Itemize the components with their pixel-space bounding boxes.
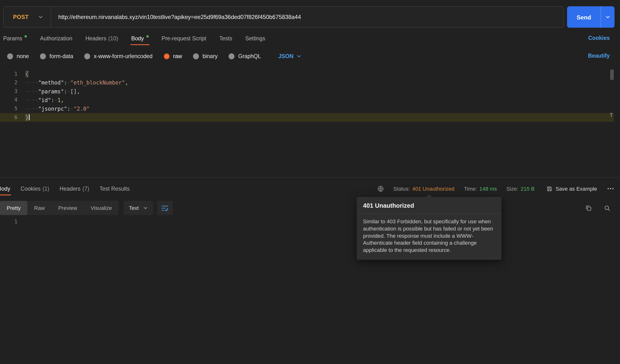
tab-params[interactable]: Params [3, 32, 27, 45]
body-type-x-www-form-urlencoded[interactable]: x-www-form-urlencoded [84, 53, 153, 59]
tab-count: (7) [82, 185, 89, 192]
overview-ruler-marker: T [610, 112, 613, 118]
tab-count: (10) [108, 35, 118, 42]
tab-label: Headers [85, 35, 106, 42]
copy-button[interactable] [585, 205, 592, 211]
chevron-down-icon [297, 55, 301, 57]
wrap-lines-button[interactable] [157, 201, 173, 215]
editor-line[interactable]: 3····"params":·[], [0, 87, 614, 96]
language-label: JSON [278, 53, 294, 59]
editor-line[interactable]: 4····"id":·1, [0, 96, 614, 105]
view-tab-label: Raw [34, 205, 45, 211]
response-view-tabs: PrettyRawPreviewVisualize [0, 201, 119, 215]
code-token: : [67, 106, 70, 112]
scrollbar-thumb[interactable] [610, 70, 614, 80]
editor-line[interactable]: 5····"jsonrpc":·"2.0" [0, 105, 614, 113]
code-token: } [25, 114, 28, 121]
request-body-editor[interactable]: 1{2····"method":·"eth_blockNumber",3····… [0, 70, 614, 122]
code-token: "method" [38, 79, 64, 86]
method-selector[interactable]: POST [4, 7, 51, 27]
size-indicator[interactable]: Size: 215 B [506, 186, 535, 192]
view-tab-pretty[interactable]: Pretty [0, 201, 27, 215]
code-content: } [17, 113, 29, 122]
body-type-raw[interactable]: raw [164, 53, 182, 59]
tab-count: (1) [43, 185, 49, 192]
postman-window: POST http://ethereum.nirvanalabs.xyz/vin… [0, 0, 620, 364]
method-label: POST [13, 14, 29, 20]
cookies-link[interactable]: Cookies [588, 35, 610, 41]
tab-headers[interactable]: Headers(10) [85, 32, 118, 45]
code-content: ····"params":·[], [17, 87, 80, 96]
code-token: : [51, 97, 54, 103]
tab-headers[interactable]: Headers(7) [60, 182, 89, 196]
search-button[interactable] [604, 205, 611, 211]
response-tabs: BodyCookies(1)Headers(7)Test Results [0, 182, 140, 196]
view-tab-raw[interactable]: Raw [27, 201, 51, 215]
more-options-icon[interactable] [607, 188, 614, 189]
radio-circle [40, 53, 46, 59]
code-token: : [64, 88, 67, 94]
tab-body[interactable]: Body [0, 182, 10, 196]
body-type-binary[interactable]: binary [193, 53, 217, 59]
tab-body[interactable]: Body [131, 32, 148, 45]
view-tab-preview[interactable]: Preview [52, 201, 84, 215]
code-content: { [17, 70, 28, 78]
radio-label: raw [173, 53, 182, 59]
body-type-none[interactable]: none [7, 53, 29, 59]
response-meta-bar: Status: 401 Unauthorized Time: 148 ms Si… [377, 182, 614, 196]
body-type-graphql[interactable]: GraphQL [229, 53, 261, 59]
language-selector[interactable]: JSON [278, 53, 301, 59]
url-input[interactable]: http://ethereum.nirvanalabs.xyz/vin10tes… [58, 14, 301, 20]
code-token: "2.0" [74, 106, 90, 112]
response-actions [585, 201, 610, 215]
status-indicator[interactable]: Status: 401 Unauthorized [393, 186, 455, 192]
body-type-form-data[interactable]: form-data [40, 53, 73, 59]
editor-line[interactable]: 1{ [0, 70, 614, 78]
time-label: Time: [464, 186, 477, 192]
editor-line[interactable]: 6} [0, 113, 614, 122]
beautify-link[interactable]: Beautify [588, 53, 610, 59]
code-content: ····"method":·"eth_blockNumber", [17, 78, 128, 87]
save-as-example-button[interactable]: Save as Example [546, 186, 597, 192]
code-token: "id" [38, 97, 51, 103]
tab-authorization[interactable]: Authorization [40, 32, 73, 45]
format-selector[interactable]: Text [124, 201, 153, 215]
body-type-bar: noneform-datax-www-form-urlencodedrawbin… [7, 50, 301, 62]
save-icon [546, 186, 553, 192]
tab-pre-request-script[interactable]: Pre-request Script [162, 32, 206, 45]
line-number: 3 [0, 87, 17, 96]
network-icon[interactable] [377, 185, 384, 192]
globe-icon [377, 185, 384, 192]
code-token: "params" [38, 88, 64, 94]
radio-label: binary [203, 53, 218, 59]
code-token: · [54, 97, 57, 103]
size-value: 215 B [521, 186, 535, 192]
radio-label: x-www-form-urlencoded [94, 53, 153, 59]
editor-line[interactable]: 2····"method":·"eth_blockNumber", [0, 78, 614, 87]
radio-circle [164, 53, 170, 59]
request-tabs: ParamsAuthorizationHeaders(10)BodyPre-re… [3, 32, 278, 45]
format-label: Text [129, 205, 139, 211]
line-number: 2 [0, 78, 17, 87]
view-tab-visualize[interactable]: Visualize [84, 201, 119, 215]
editor-scrollbar[interactable]: T [610, 70, 614, 175]
time-indicator[interactable]: Time: 148 ms [464, 186, 497, 192]
pane-divider[interactable] [0, 177, 620, 178]
tab-cookies[interactable]: Cookies(1) [21, 182, 49, 196]
send-options-button[interactable] [601, 6, 615, 28]
response-line-number: 1 [0, 219, 17, 225]
tab-settings[interactable]: Settings [245, 32, 265, 45]
size-label: Size: [506, 186, 518, 192]
status-value: 401 Unauthorized [412, 186, 455, 192]
code-token: { [25, 71, 28, 77]
radio-circle [84, 53, 90, 59]
tab-tests[interactable]: Tests [219, 32, 232, 45]
tab-label: Test Results [99, 185, 130, 192]
time-value: 148 ms [480, 186, 497, 192]
tab-label: Authorization [40, 35, 73, 42]
code-token: 1 [57, 97, 61, 103]
code-token: · [67, 79, 70, 86]
send-button[interactable]: Send [567, 6, 601, 28]
tab-test-results[interactable]: Test Results [99, 182, 130, 196]
code-token: ···· [25, 79, 38, 86]
